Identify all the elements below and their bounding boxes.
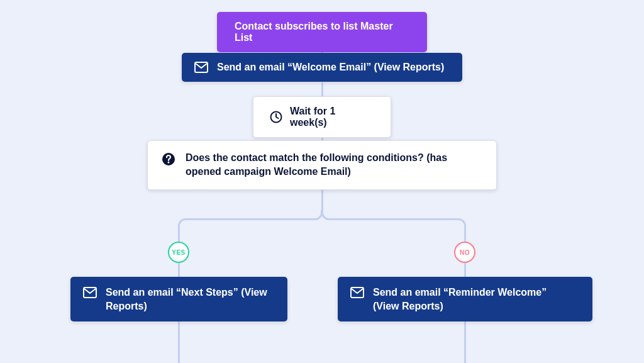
branch-no-pill: NO <box>454 242 475 263</box>
svg-point-3 <box>168 162 170 164</box>
question-icon <box>162 152 175 166</box>
connector <box>321 190 323 210</box>
envelope-icon <box>83 287 97 298</box>
wait-node[interactable]: Wait for 1 week(s) <box>253 96 391 138</box>
branch-yes-label: YES <box>172 249 186 256</box>
wait-label: Wait for 1 week(s) <box>290 106 374 128</box>
email-label: Send an email “Welcome Email” (View Repo… <box>217 62 444 73</box>
trigger-node[interactable]: Contact subscribes to list Master List <box>217 12 427 52</box>
connector <box>178 320 180 363</box>
condition-label: Does the contact match the following con… <box>186 151 481 179</box>
automation-flowchart: YES NO Contact subscribes to list Master… <box>0 0 644 363</box>
clock-icon <box>270 111 282 123</box>
email-node-next-steps[interactable]: Send an email “Next Steps” (View Reports… <box>70 277 287 321</box>
connector <box>321 82 323 96</box>
email-node-welcome[interactable]: Send an email “Welcome Email” (View Repo… <box>182 53 462 82</box>
condition-node[interactable]: Does the contact match the following con… <box>147 140 497 190</box>
branch-yes-pill: YES <box>168 242 189 263</box>
trigger-label: Contact subscribes to list Master List <box>235 21 409 43</box>
connector <box>464 320 466 363</box>
envelope-icon <box>350 287 364 298</box>
email-node-reminder-welcome[interactable]: Send an email “Reminder Welcome” (View R… <box>338 277 592 321</box>
email-label: Send an email “Next Steps” (View Reports… <box>106 286 269 313</box>
branch-no-label: NO <box>460 249 470 256</box>
connector-horizontal <box>186 218 314 220</box>
email-label: Send an email “Reminder Welcome” (View R… <box>373 286 574 313</box>
envelope-icon <box>194 62 208 73</box>
connector-horizontal <box>330 218 458 220</box>
